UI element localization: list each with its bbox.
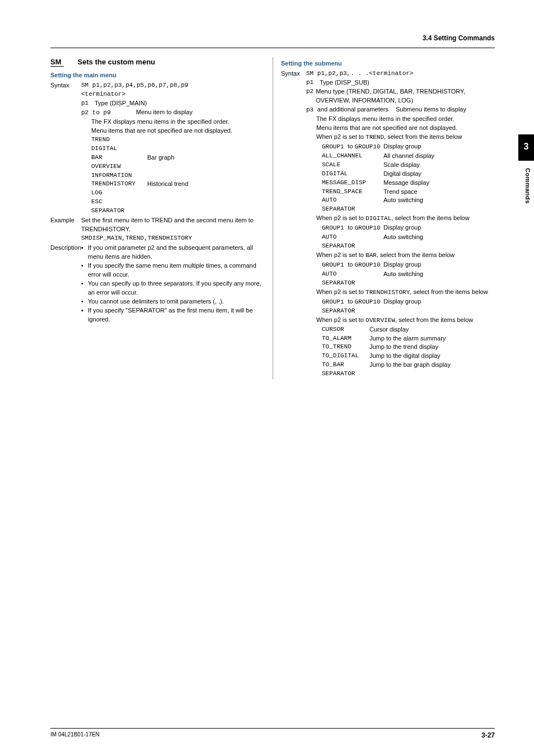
- note-order: The FX displays menu items in the specif…: [91, 118, 265, 127]
- p2-9-key: p2 to p9: [81, 108, 136, 118]
- scale-val: Scale display: [383, 161, 420, 170]
- bullet-3: • You can specify up to three separators…: [81, 279, 265, 297]
- group-key: GROUP1 to GROUP10: [322, 297, 383, 307]
- totrend-key: TO_TREND: [322, 343, 369, 352]
- scale-row: SCALE Scale display: [322, 161, 495, 170]
- submenu-notes: The FX displays menu items in the specif…: [306, 115, 495, 379]
- ov-intro: When p2 is set to OVERVIEW, select from …: [316, 316, 495, 325]
- cursor-row: CURSOR Cursor display: [322, 325, 495, 334]
- toalarm-row: TO_ALARM Jump to the alarm summary: [322, 334, 495, 343]
- section-header: 3.4 Setting Commands: [50, 34, 495, 43]
- tspace-row: TREND_SPACE Trend space: [322, 188, 495, 197]
- right-column: Setting the submenu Syntax SM p1,p2,p3,.…: [273, 57, 495, 379]
- example-label: Example: [50, 216, 81, 243]
- ov-items: CURSOR Cursor display TO_ALARM Jump to t…: [316, 325, 495, 379]
- p1-value: Type (DISP_MAIN): [95, 99, 147, 108]
- command-title: Sets the custom menu: [78, 58, 156, 66]
- tobar-key: TO_BAR: [322, 361, 369, 370]
- syntax-label: Syntax: [50, 81, 81, 216]
- p3-row: p3 and additional parameters Submenu ite…: [306, 105, 495, 115]
- cursor-val: Cursor display: [369, 325, 409, 334]
- syntax-content: SM p1,p2,p3,p4,p5,p6,p7,p8,p9 <terminato…: [81, 81, 265, 216]
- sep-row: SEPARATOR: [322, 242, 495, 251]
- bar-items: GROUP1 to GROUP10 Display group AUTO Aut…: [316, 260, 495, 288]
- msg-row: MESSAGE_DISP Message display: [322, 179, 495, 188]
- item-digital: DIGITAL: [91, 144, 265, 153]
- left-column: SM Sets the custom menu Setting the main…: [50, 57, 273, 379]
- p1-row: p1 Type (DISP_MAIN): [81, 99, 265, 108]
- tobar-val: Jump to the bar graph display: [369, 361, 451, 370]
- p2-value: Menu type (TREND, DIGITAL, BAR, TRENDHIS…: [316, 87, 495, 105]
- trend-intro: When p2 is set to TREND, select from the…: [316, 133, 495, 142]
- footer-page-number: 3-27: [481, 731, 495, 740]
- auto-val: Auto switching: [383, 270, 423, 279]
- group-row: GROUP1 to GROUP10 Display group: [322, 260, 495, 270]
- syntax-terminator: <terminator>: [81, 90, 265, 99]
- p3-value: Submenu items to display: [396, 105, 466, 115]
- sep-row: SEPARATOR: [322, 370, 495, 379]
- auto-val: Auto switching: [383, 196, 423, 205]
- auto-row: AUTO Auto switching: [322, 196, 495, 205]
- description-label: Description: [50, 244, 81, 324]
- sep-row: SEPARATOR: [322, 205, 495, 214]
- chapter-number: 3: [518, 140, 534, 153]
- group-row: GROUP1 to GROUP10 Display group: [322, 297, 495, 307]
- tspace-val: Trend space: [383, 188, 418, 197]
- footer-row: IM 04L21B01-17EN 3-27: [50, 731, 495, 740]
- p1-value: Type (DISP_SUB): [320, 78, 369, 87]
- group-row: GROUP1 to GROUP10 Display group: [322, 223, 495, 233]
- sep-row: SEPARATOR: [322, 307, 495, 316]
- note-hidden: Menu items that are not specified are no…: [91, 127, 265, 136]
- syntax-label: Syntax: [281, 69, 306, 379]
- allch-key: ALL_CHANNEL: [322, 152, 383, 161]
- item-overview: OVERVIEW: [91, 162, 265, 171]
- command-code: SM: [50, 58, 64, 67]
- footer-left: IM 04L21B01-17EN: [50, 731, 100, 740]
- bullet-mark-icon: •: [81, 262, 88, 279]
- digital-val: Digital display: [383, 170, 421, 179]
- bullet-4: • You cannot use delimiters to omit para…: [81, 297, 265, 306]
- bullet-mark-icon: •: [81, 279, 88, 297]
- totrend-row: TO_TREND Jump to the trend display: [322, 343, 495, 352]
- subheading-main-menu: Setting the main menu: [50, 71, 265, 80]
- example-row: Example Set the first menu item to TREND…: [50, 216, 265, 243]
- toalarm-val: Jump to the alarm summary: [369, 334, 446, 343]
- bullet-text: If you omit parameter p2 and the subsequ…: [88, 244, 265, 262]
- command-heading: SM Sets the custom menu: [50, 57, 265, 68]
- item-esc: ESC: [91, 198, 265, 207]
- auto-key: AUTO: [322, 270, 383, 279]
- example-content: Set the first menu item to TREND and the…: [81, 216, 265, 243]
- note-order: The FX displays menu items in the specif…: [316, 115, 495, 124]
- group-val: Display group: [383, 142, 421, 152]
- th-items: GROUP1 to GROUP10 Display group SEPARATO…: [316, 297, 495, 316]
- auto-row: AUTO Auto switching: [322, 233, 495, 242]
- example-code: SMDISP_MAIN,TREND,TRENDHISTORY: [81, 234, 265, 243]
- syntax-row: Syntax SM p1,p2,p3,p4,p5,p6,p7,p8,p9 <te…: [50, 81, 265, 216]
- side-tab: 3: [518, 134, 534, 161]
- todigital-row: TO_DIGITAL Jump to the digital display: [322, 352, 495, 361]
- bullet-text: You cannot use delimiters to omit parame…: [88, 297, 265, 306]
- page: 3.4 Setting Commands SM Sets the custom …: [0, 0, 534, 756]
- cursor-key: CURSOR: [322, 325, 369, 334]
- p1-key: p1: [81, 99, 95, 108]
- allch-val: All channel display: [383, 152, 434, 161]
- allch-row: ALL_CHANNEL All channel display: [322, 152, 495, 161]
- auto-key: AUTO: [322, 233, 383, 242]
- item-separator: SEPARATOR: [91, 207, 265, 216]
- p3-key: p3 and additional parameters: [306, 105, 396, 115]
- bullet-5: • If you specify "SEPARATOR" as the firs…: [81, 306, 265, 324]
- menu-description: The FX displays menu items in the specif…: [81, 118, 265, 216]
- toalarm-key: TO_ALARM: [322, 334, 369, 343]
- syntax-line: SM p1,p2,p3,p4,p5,p6,p7,p8,p9: [81, 81, 265, 90]
- scale-key: SCALE: [322, 161, 383, 170]
- bullet-text: You can specify up to three separators. …: [88, 279, 265, 297]
- group-val: Display group: [383, 297, 421, 307]
- group-row: GROUP1 to GROUP10 Display group: [322, 142, 495, 152]
- th-intro: When p2 is set to TRENDHISTORY, select f…: [316, 288, 495, 297]
- header-rule: [50, 48, 495, 48]
- bullet-mark-icon: •: [81, 244, 88, 262]
- todigital-key: TO_DIGITAL: [322, 352, 369, 361]
- item-trendhistory: TRENDHISTORY Historical trend: [91, 180, 265, 189]
- syntax-content-sub: SM p1,p2,p3,. . .<terminator> p1 Type (D…: [306, 69, 495, 379]
- footer: IM 04L21B01-17EN 3-27: [50, 728, 495, 740]
